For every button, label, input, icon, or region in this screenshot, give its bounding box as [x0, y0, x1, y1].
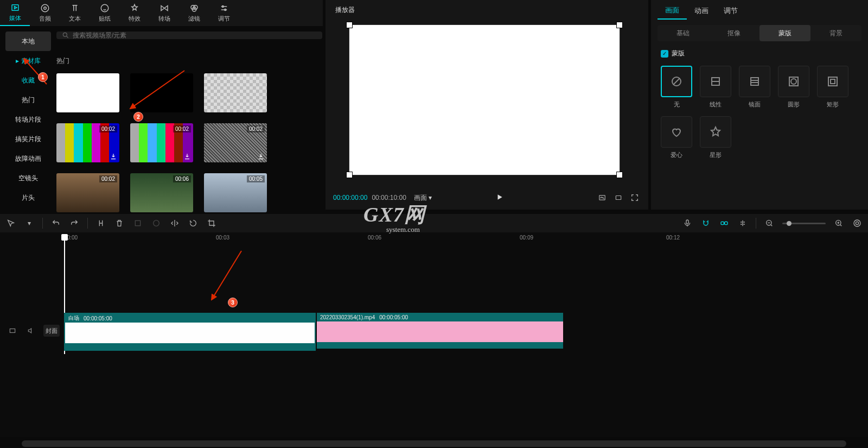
zoom-slider[interactable]	[782, 223, 826, 224]
mask-heart[interactable]: 爱心	[661, 116, 692, 159]
tab-transition-label: 转场	[158, 15, 170, 23]
thumb-clip-2[interactable]: 00:06	[130, 173, 193, 212]
svg-point-29	[856, 222, 858, 224]
sidebar-funny-seg[interactable]: 搞笑片段	[5, 129, 51, 149]
adjust-icon	[219, 3, 229, 13]
sidebar-library[interactable]: ▸素材库	[5, 51, 51, 71]
tab-filter[interactable]: 滤镜	[179, 0, 209, 26]
section-title-hot: 热门	[56, 56, 322, 66]
mask-star[interactable]: 星形	[700, 116, 731, 159]
resize-handle[interactable]	[347, 172, 352, 178]
duration-badge: 00:02	[247, 125, 265, 132]
right-tab-picture[interactable]: 画面	[658, 2, 687, 20]
cover-button[interactable]: 封面	[43, 325, 60, 337]
thumb-white[interactable]	[56, 73, 119, 112]
link-icon[interactable]	[719, 218, 730, 229]
thumb-clip-3[interactable]: 00:05	[204, 173, 267, 212]
zoom-in-button[interactable]	[833, 218, 844, 229]
fullscreen-icon[interactable]	[629, 193, 641, 202]
scope-icon[interactable]	[596, 193, 608, 202]
sidebar-glitch[interactable]: 故障动画	[5, 149, 51, 168]
thumb-transparent[interactable]	[204, 73, 267, 112]
resize-handle[interactable]	[617, 172, 622, 178]
mask-linear[interactable]: 线性	[700, 66, 731, 109]
right-tab-animation[interactable]: 动画	[687, 3, 716, 19]
search-box[interactable]	[56, 31, 322, 39]
resize-handle[interactable]	[347, 22, 352, 28]
track-toggle-1[interactable]	[7, 325, 18, 337]
mask-mirror[interactable]: 镜面	[739, 66, 770, 109]
tab-effect[interactable]: 特效	[119, 0, 149, 26]
search-icon	[62, 31, 69, 39]
resize-handle[interactable]	[617, 22, 622, 28]
mask-none[interactable]: 无	[661, 66, 692, 109]
subtab-mask[interactable]: 蒙版	[760, 25, 810, 41]
tab-media-label: 媒体	[9, 14, 21, 22]
sidebar-opener[interactable]: 片头	[5, 188, 51, 207]
sidebar-local[interactable]: 本地	[5, 31, 51, 51]
sidebar-hot[interactable]: 热门	[5, 90, 51, 110]
fit-button[interactable]	[852, 218, 863, 229]
sidebar-empty-shot[interactable]: 空镜头	[5, 168, 51, 188]
tab-media[interactable]: 媒体	[0, 0, 30, 26]
subtab-cutout[interactable]: 抠像	[709, 25, 760, 41]
timeline-clip-2[interactable]: 202203302354(1).mp400:00:05:00	[317, 313, 563, 351]
annotation-dot-2: 2	[133, 112, 143, 122]
search-input[interactable]	[73, 31, 317, 39]
sticker-icon	[100, 3, 110, 13]
watermark: GX7网 system.com	[363, 201, 425, 234]
mirror-button[interactable]	[169, 218, 180, 229]
tab-sticker-label: 贴纸	[99, 15, 111, 23]
svg-point-2	[41, 4, 49, 12]
download-icon[interactable]	[183, 153, 191, 160]
tab-transition[interactable]: 转场	[149, 0, 179, 26]
subtab-background[interactable]: 背景	[810, 25, 861, 41]
thumb-black[interactable]	[130, 73, 193, 112]
video-preview[interactable]	[349, 25, 620, 175]
clip-name: 202203302354(1).mp4	[320, 314, 375, 320]
svg-point-28	[854, 220, 860, 226]
timeline-clip-1[interactable]: 白场00:00:05:00	[64, 313, 316, 351]
ratio-icon[interactable]	[612, 193, 624, 202]
thumb-bars-2[interactable]: 00:02	[130, 123, 193, 162]
rotate-button[interactable]	[188, 218, 199, 229]
zoom-out-button[interactable]	[764, 218, 775, 229]
tab-text[interactable]: 文本	[60, 0, 90, 26]
track-mute[interactable]	[25, 325, 37, 337]
svg-rect-30	[10, 329, 15, 333]
magnet-icon[interactable]	[700, 218, 711, 229]
crop-button[interactable]	[206, 218, 217, 229]
thumb-bars-1[interactable]: 00:02	[56, 123, 119, 162]
mask-circle[interactable]: 圆形	[778, 66, 809, 109]
split-button[interactable]	[95, 218, 106, 229]
thumb-noise[interactable]: 00:02	[204, 123, 267, 162]
player-title: 播放器	[335, 5, 355, 15]
preview-cut-icon[interactable]	[737, 218, 748, 229]
svg-point-22	[154, 220, 159, 226]
undo-button[interactable]	[50, 218, 61, 229]
right-tab-adjust[interactable]: 调节	[716, 3, 745, 19]
tab-audio[interactable]: 音频	[30, 0, 60, 26]
mic-icon[interactable]	[682, 218, 693, 229]
tab-sticker[interactable]: 贴纸	[90, 0, 119, 26]
download-icon[interactable]	[110, 153, 117, 160]
time-total: 00:00:10:00	[372, 194, 406, 201]
subtab-basic[interactable]: 基础	[658, 25, 709, 41]
tab-audio-label: 音频	[39, 15, 51, 23]
play-button[interactable]	[496, 193, 503, 203]
chevron-down-icon[interactable]: ▾	[24, 218, 35, 229]
duration-badge: 00:05	[247, 175, 265, 182]
mask-rect[interactable]: 矩形	[817, 66, 848, 109]
thumb-clip-1[interactable]: 00:02	[56, 173, 119, 212]
timeline-ruler[interactable]: 00:00 00:03 00:06 00:09 00:12	[64, 235, 863, 244]
redo-button[interactable]	[69, 218, 80, 229]
cursor-tool[interactable]	[5, 218, 16, 229]
delete-button[interactable]	[114, 218, 125, 229]
bottom-scrollbar[interactable]	[22, 440, 846, 447]
mask-checkbox[interactable]: ✓	[661, 50, 668, 58]
svg-rect-13	[616, 196, 621, 200]
sidebar-transition-seg[interactable]: 转场片段	[5, 110, 51, 129]
download-icon[interactable]	[257, 153, 265, 160]
filter-icon	[189, 3, 199, 13]
tab-adjust[interactable]: 调节	[209, 0, 239, 26]
